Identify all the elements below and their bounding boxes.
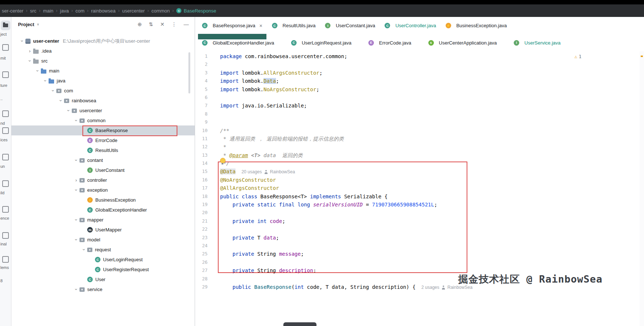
run-tool-button[interactable] bbox=[2, 154, 9, 160]
warning-stripe-mark[interactable] bbox=[641, 56, 643, 57]
code-line[interactable]: 15@Data20 usagesRainbowSea bbox=[195, 167, 644, 176]
tree-item-request[interactable]: ›request bbox=[11, 245, 195, 255]
code-line[interactable]: 11 * 通用返回类 ， 返回给前端的报错，提示信息的类 bbox=[195, 135, 644, 143]
find-tool-button[interactable] bbox=[2, 110, 9, 117]
tree-item-controller[interactable]: ›controller bbox=[11, 175, 195, 185]
more-tools-label[interactable]: .. bbox=[0, 96, 11, 101]
project-panel-title[interactable]: Project bbox=[18, 22, 34, 27]
close-icon[interactable]: × bbox=[259, 23, 262, 29]
terminal-tool-label[interactable]: inal bbox=[0, 242, 11, 246]
breadcrumb-item-main[interactable]: main bbox=[42, 8, 54, 14]
code-line[interactable]: 19 private static final long serialVersi… bbox=[195, 201, 644, 209]
chevron-open-icon[interactable]: › bbox=[74, 117, 79, 124]
code-line[interactable]: 2 bbox=[195, 60, 644, 68]
tree-item-mapper[interactable]: ›mapper bbox=[11, 215, 195, 225]
breadcrumb-item-common[interactable]: common bbox=[150, 8, 171, 14]
tab-userloginrequest-java[interactable]: CUserLoginRequest.java bbox=[286, 34, 356, 51]
chevron-open-icon[interactable]: › bbox=[58, 98, 64, 104]
chevron-open-icon[interactable]: › bbox=[74, 187, 79, 194]
usages-inlay[interactable]: 20 usagesRainbowSea bbox=[241, 168, 295, 176]
line-number[interactable]: 10 bbox=[195, 127, 208, 135]
collapse-all-icon[interactable]: ✕ bbox=[160, 21, 164, 27]
line-number[interactable]: 17 bbox=[195, 184, 208, 192]
tree-item-com[interactable]: ›com bbox=[11, 86, 195, 96]
structure-tool-label[interactable]: ture bbox=[0, 83, 11, 88]
line-number[interactable]: 2 bbox=[195, 60, 208, 68]
build-tool-label[interactable]: ild bbox=[0, 191, 11, 195]
dependencies-tool-label[interactable]: ence bbox=[0, 216, 11, 220]
line-number[interactable]: 15 bbox=[195, 167, 208, 176]
line-number[interactable]: 4 bbox=[195, 77, 208, 85]
code-line[interactable]: 21 private int code; bbox=[195, 217, 644, 225]
chevron-open-icon[interactable]: › bbox=[20, 38, 25, 45]
code-line[interactable]: 4import lombok.Data; bbox=[195, 77, 644, 85]
line-number[interactable]: 21 bbox=[195, 217, 208, 225]
problems-tool-button[interactable] bbox=[2, 256, 9, 263]
line-number[interactable]: 16 bbox=[195, 176, 208, 184]
commit-tool-button[interactable] bbox=[2, 44, 9, 51]
inspection-widget[interactable]: ⚠ 1 bbox=[574, 54, 581, 59]
code-line[interactable]: 7import java.io.Serializable; bbox=[195, 102, 644, 110]
options-kebab-icon[interactable]: ⋮ bbox=[171, 21, 177, 27]
tree-item-userconstant[interactable]: IUserConstant bbox=[11, 165, 195, 175]
tree-item-main[interactable]: ›main bbox=[11, 66, 195, 76]
line-number[interactable]: 8 bbox=[195, 110, 208, 118]
line-number[interactable]: 5 bbox=[195, 85, 208, 93]
line-number[interactable]: 25 bbox=[195, 250, 208, 258]
line-number[interactable]: 13 bbox=[195, 151, 208, 159]
services-tool-label[interactable]: ices bbox=[0, 138, 11, 142]
line-number[interactable]: 22 bbox=[195, 225, 208, 233]
tree-item-user-center[interactable]: ›user-centerE:\Java\project\用户中心项目\user-… bbox=[11, 36, 195, 46]
intention-bulb-icon[interactable] bbox=[220, 158, 226, 163]
line-number[interactable]: 18 bbox=[195, 192, 208, 201]
project-tool-label[interactable]: ject bbox=[0, 32, 11, 36]
line-number[interactable]: 6 bbox=[195, 93, 208, 102]
tree-item-userregisterrequest[interactable]: CUserRegisterRequest bbox=[11, 265, 195, 274]
run-tool-label[interactable]: un bbox=[0, 164, 11, 169]
line-number[interactable]: 3 bbox=[195, 69, 208, 77]
line-number[interactable]: 9 bbox=[195, 118, 208, 126]
tree-item-service[interactable]: ›service bbox=[11, 284, 195, 294]
problems-tool-label[interactable]: lems bbox=[0, 265, 11, 270]
breadcrumb-item-usercenter[interactable]: usercenter bbox=[121, 8, 146, 14]
line-number[interactable]: 24 bbox=[195, 242, 208, 250]
chevron-open-icon[interactable]: › bbox=[74, 217, 79, 223]
code-line[interactable]: 24 bbox=[195, 242, 644, 250]
tree-item-.idea[interactable]: ›.idea bbox=[11, 46, 195, 56]
tree-item-resultutils[interactable]: CResultUtils bbox=[11, 145, 195, 155]
tree-item-usermapper[interactable]: mUserMapper bbox=[11, 225, 195, 235]
chevron-closed-icon[interactable]: › bbox=[26, 48, 33, 54]
tree-item-exception[interactable]: ›exception bbox=[11, 185, 195, 195]
tree-item-userloginrequest[interactable]: CUserLoginRequest bbox=[11, 255, 195, 265]
line-number[interactable]: 27 bbox=[195, 266, 208, 274]
tree-item-common[interactable]: ›common bbox=[11, 116, 195, 125]
tree-scrollbar[interactable] bbox=[188, 52, 190, 93]
tab-baseresponse-java[interactable]: CBaseResponse.java× bbox=[197, 17, 267, 34]
chevron-open-icon[interactable]: › bbox=[81, 247, 87, 253]
dependencies-tool-button[interactable] bbox=[2, 206, 9, 213]
breadcrumb-item-java[interactable]: java bbox=[59, 8, 70, 14]
breadcrumb-item-rainbowsea[interactable]: rainbowsea bbox=[90, 8, 117, 14]
chevron-open-icon[interactable]: › bbox=[27, 58, 33, 64]
chevron-open-icon[interactable]: › bbox=[74, 157, 79, 164]
tree-item-rainbowsea[interactable]: ›rainbowsea bbox=[11, 96, 195, 106]
line-number[interactable]: 19 bbox=[195, 201, 208, 209]
editor-scrollbar[interactable] bbox=[640, 51, 644, 326]
tree-item-user[interactable]: CUser bbox=[11, 274, 195, 284]
breadcrumb-item-ser-center[interactable]: ser-center bbox=[1, 8, 25, 14]
line-number[interactable]: 20 bbox=[195, 209, 208, 217]
expand-collapse-icon[interactable]: ⇅ bbox=[149, 21, 153, 27]
code-line[interactable]: 9 bbox=[195, 118, 644, 126]
breadcrumb-item-com[interactable]: com bbox=[74, 8, 86, 14]
line-number[interactable]: 7 bbox=[195, 102, 208, 110]
code-line[interactable]: 23 private T data; bbox=[195, 234, 644, 242]
line-number[interactable]: 28 bbox=[195, 275, 208, 283]
breadcrumb-item-src[interactable]: src bbox=[29, 8, 38, 14]
tab-userservice-java[interactable]: IUserService.java bbox=[509, 34, 565, 51]
chevron-down-icon[interactable]: ∨ bbox=[37, 22, 39, 26]
chevron-open-icon[interactable]: › bbox=[74, 237, 79, 243]
chevron-open-icon[interactable]: › bbox=[74, 286, 79, 293]
find-tool-label[interactable]: nd bbox=[0, 121, 11, 125]
code-line[interactable]: 25 private String message; bbox=[195, 250, 644, 258]
tree-item-contant[interactable]: ›contant bbox=[11, 155, 195, 165]
